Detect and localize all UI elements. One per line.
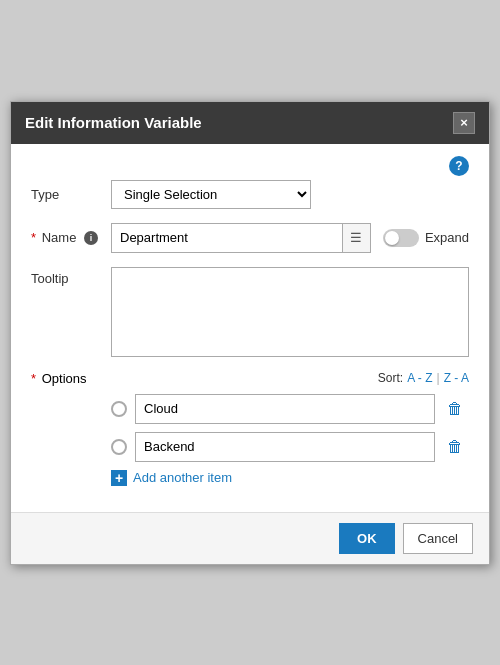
name-row: * Name i ☰ Expand (31, 223, 469, 253)
sort-label: Sort: (378, 371, 403, 385)
help-icon-row: ? (31, 156, 469, 176)
sort-row: Sort: A - Z | Z - A (378, 371, 469, 385)
name-control: ☰ Expand (111, 223, 469, 253)
tooltip-row: Tooltip (31, 267, 469, 357)
expand-toggle-track[interactable] (383, 229, 419, 247)
type-row: Type Single Selection Text Number Date B… (31, 180, 469, 209)
options-label-text: Options (42, 371, 87, 386)
option-1-input[interactable] (135, 394, 435, 424)
add-item-label[interactable]: Add another item (133, 470, 232, 485)
tooltip-textarea[interactable] (111, 267, 469, 357)
name-input[interactable] (111, 223, 343, 253)
tooltip-label: Tooltip (31, 267, 111, 286)
expand-toggle: Expand (383, 229, 469, 247)
option-1-delete-button[interactable]: 🗑 (441, 394, 469, 424)
name-label: * Name i (31, 230, 111, 246)
option-item-2: 🗑 (31, 432, 469, 462)
expand-label-text: Expand (425, 230, 469, 245)
type-control: Single Selection Text Number Date Boolea… (111, 180, 469, 209)
sort-separator: | (437, 371, 440, 385)
expand-toggle-thumb (385, 231, 399, 245)
dialog-header: Edit Information Variable × (11, 102, 489, 144)
ok-button[interactable]: OK (339, 523, 395, 554)
option-2-radio[interactable] (111, 439, 127, 455)
add-item-row: + Add another item (31, 470, 469, 486)
dialog-body: ? Type Single Selection Text Number Date… (11, 144, 489, 512)
cancel-button[interactable]: Cancel (403, 523, 473, 554)
option-1-radio[interactable] (111, 401, 127, 417)
sort-az-link[interactable]: A - Z (407, 371, 432, 385)
edit-variable-dialog: Edit Information Variable × ? Type Singl… (10, 101, 490, 565)
option-2-delete-button[interactable]: 🗑 (441, 432, 469, 462)
type-label: Type (31, 187, 111, 202)
option-2-input[interactable] (135, 432, 435, 462)
dialog-footer: OK Cancel (11, 512, 489, 564)
type-select[interactable]: Single Selection Text Number Date Boolea… (111, 180, 311, 209)
dialog-title: Edit Information Variable (25, 114, 202, 131)
close-button[interactable]: × (453, 112, 475, 134)
options-label: * Options (31, 371, 111, 386)
sort-za-link[interactable]: Z - A (444, 371, 469, 385)
options-required-star: * (31, 371, 36, 386)
name-required-star: * (31, 230, 36, 245)
add-item-icon[interactable]: + (111, 470, 127, 486)
name-info-icon[interactable]: i (84, 231, 98, 245)
name-expand-icon[interactable]: ☰ (343, 223, 371, 253)
name-label-text: Name (42, 230, 77, 245)
help-icon[interactable]: ? (449, 156, 469, 176)
options-section: * Options Sort: A - Z | Z - A 🗑 (31, 371, 469, 486)
options-header: * Options Sort: A - Z | Z - A (31, 371, 469, 386)
option-item-1: 🗑 (31, 394, 469, 424)
